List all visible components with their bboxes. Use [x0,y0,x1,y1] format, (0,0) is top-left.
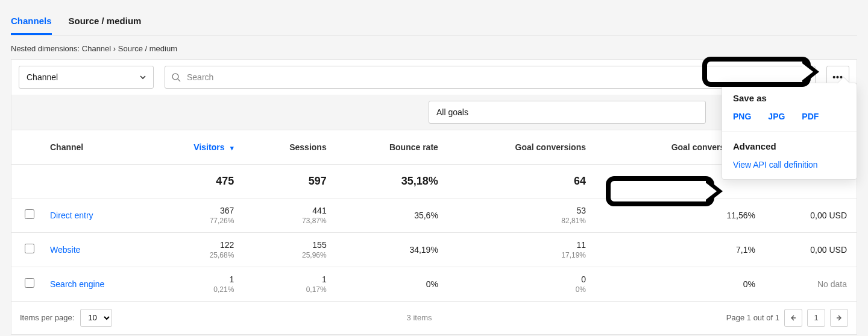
visitors-pct: 77,26% [156,217,234,225]
dimension-select[interactable]: Channel [19,66,154,89]
export-jpg[interactable]: JPG [768,112,785,121]
svg-point-0 [172,74,178,80]
visitors-value: 1 [156,274,234,284]
visitors-pct: 25,68% [156,251,234,259]
visitors-value: 122 [156,240,234,250]
goal-rate-value: 0% [605,279,755,289]
items-per-page-select[interactable]: 10 [80,309,112,327]
goal-conv-pct: 0% [458,285,586,294]
items-count: 3 items [112,313,726,322]
goal-conv-value: 53 [458,206,586,215]
sessions-pct: 25,96% [253,251,326,259]
goal-conv-pct: 82,81% [458,217,586,225]
revenue-value: No data [775,279,847,289]
bounce-value: 34,19% [346,245,438,255]
sessions-pct: 0,17% [253,285,326,294]
table-footer: Items per page: 10 3 items Page 1 out of… [11,302,857,334]
advanced-heading: Advanced [733,141,846,151]
export-popover: Save as PNG JPG PDF Advanced View API ca… [722,83,857,180]
channel-link[interactable]: Website [50,245,80,255]
arrow-left-icon [790,315,796,321]
tab-source-medium[interactable]: Source / medium [69,11,142,35]
channel-link[interactable]: Direct entry [50,211,93,220]
col-goal-conversions[interactable]: Goal conversions [448,130,596,164]
items-per-page-label: Items per page: [20,313,74,322]
table-row: Direct entry 36777,26% 44173,87% 35,6% 5… [11,198,857,232]
goal-conv-value: 11 [458,240,586,250]
view-tabs: Channels Source / medium [11,0,857,36]
channel-link[interactable]: Search engine [50,279,104,289]
arrow-right-icon [836,315,842,321]
col-sessions[interactable]: Sessions [244,130,336,164]
table-row: Website 12225,68% 15525,96% 34,19% 1117,… [11,232,857,267]
view-api-call-link[interactable]: View API call definition [733,160,846,170]
visitors-value: 367 [156,206,234,215]
prev-page-button[interactable] [784,309,802,327]
next-page-button[interactable] [830,309,848,327]
col-visitors[interactable]: Visitors ▾ [146,130,244,164]
revenue-value: 0,00 USD [775,245,847,255]
sessions-value: 155 [253,240,326,250]
summary-sessions: 597 [244,164,336,198]
dimension-selected-label: Channel [27,72,58,82]
goal-conv-pct: 17,19% [458,251,586,259]
row-checkbox[interactable] [25,278,34,288]
chevron-down-icon [140,74,146,80]
tab-channels[interactable]: Channels [11,11,52,35]
search-icon [171,72,181,82]
search-field-wrapper [165,66,816,89]
summary-goal-conv: 64 [448,164,596,198]
sessions-value: 441 [253,206,326,215]
row-checkbox[interactable] [25,209,34,219]
goal-select[interactable]: All goals [429,101,706,124]
col-channel[interactable]: Channel [40,130,146,164]
col-bounce-rate[interactable]: Bounce rate [336,130,448,164]
summary-bounce: 35,18% [336,164,448,198]
sessions-pct: 73,87% [253,217,326,225]
summary-visitors: 475 [146,164,244,198]
revenue-value: 0,00 USD [775,211,847,220]
row-checkbox[interactable] [25,244,34,253]
export-pdf[interactable]: PDF [802,112,819,121]
search-input[interactable] [187,72,809,82]
page-info: Page 1 out of 1 [726,313,779,322]
visitors-pct: 0,21% [156,285,234,294]
save-as-heading: Save as [733,93,846,103]
export-png[interactable]: PNG [733,112,751,121]
bounce-value: 0% [346,279,438,289]
goal-selected-label: All goals [436,107,468,117]
current-page-number[interactable]: 1 [807,309,825,327]
goal-rate-value: 11,56% [605,211,755,220]
sessions-value: 1 [253,274,326,284]
nested-dimensions-breadcrumb: Nested dimensions: Channel › Source / me… [11,36,857,59]
select-all-header [11,130,40,164]
svg-line-1 [178,79,180,81]
table-row: Search engine 10,21% 10,17% 0% 00% 0% No… [11,267,857,301]
goal-rate-value: 7,1% [605,245,755,255]
goal-conv-value: 0 [458,274,586,284]
bounce-value: 35,6% [346,211,438,220]
sort-desc-icon: ▾ [230,144,234,152]
